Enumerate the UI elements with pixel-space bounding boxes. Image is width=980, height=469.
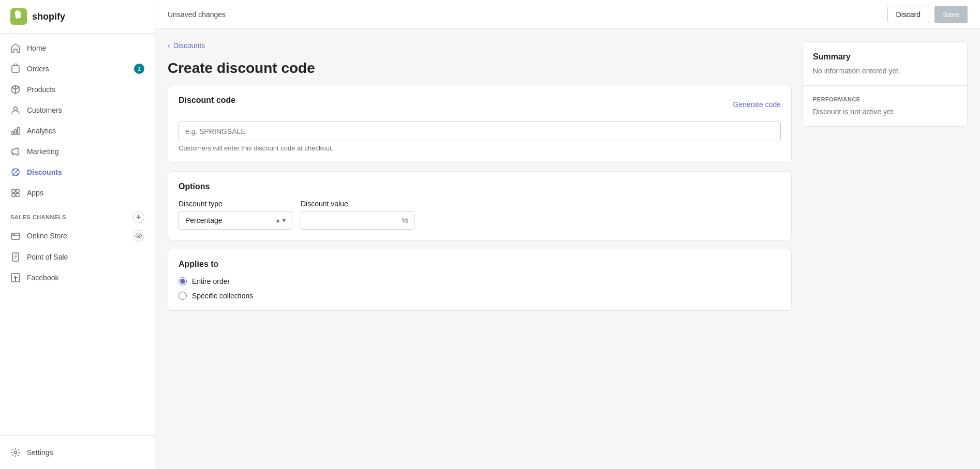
sidebar-item-customers[interactable]: Customers	[0, 100, 155, 120]
discount-code-input[interactable]	[179, 122, 781, 141]
applies-to-title: Applies to	[179, 260, 781, 269]
sidebar-item-analytics[interactable]: Analytics	[0, 120, 155, 141]
products-icon	[10, 84, 21, 95]
entire-order-label: Entire order	[192, 277, 230, 285]
discount-code-card-title: Discount code	[179, 96, 235, 105]
sidebar-item-online-store[interactable]: Online Store	[0, 225, 155, 247]
summary-empty: No information entered yet.	[813, 67, 957, 75]
discount-code-card-header: Discount code Generate code	[179, 96, 781, 113]
discount-type-select-wrapper: Percentage Fixed amount Free shipping Bu…	[179, 211, 292, 230]
svg-rect-9	[12, 189, 15, 192]
sidebar-item-pos[interactable]: Point of Sale	[0, 247, 155, 267]
sidebar-item-home[interactable]: Home	[0, 38, 155, 58]
breadcrumb[interactable]: ‹ Discounts	[168, 41, 792, 50]
generate-code-link[interactable]: Generate code	[733, 100, 781, 109]
topbar-actions: Discard Save	[887, 6, 968, 23]
discount-type-group: Discount type Percentage Fixed amount Fr…	[179, 200, 292, 230]
unsaved-changes-label: Unsaved changes	[168, 10, 226, 19]
marketing-icon	[10, 146, 21, 157]
specific-collections-radio[interactable]	[179, 292, 187, 300]
svg-rect-5	[18, 127, 19, 134]
orders-icon	[10, 64, 21, 74]
pos-label: Point of Sale	[27, 253, 68, 261]
facebook-icon	[10, 273, 21, 283]
main-area: Unsaved changes Discard Save ‹ Discounts…	[155, 0, 980, 469]
discount-value-label: Discount value	[301, 200, 414, 208]
applies-to-radio-group: Entire order Specific collections	[179, 277, 781, 300]
customers-label: Customers	[27, 106, 62, 114]
svg-rect-11	[12, 193, 15, 196]
performance-section: PERFORMANCE Discount is not active yet.	[803, 86, 967, 126]
sidebar-item-products[interactable]: Products	[0, 79, 155, 100]
analytics-icon	[10, 126, 21, 136]
sales-channels-section: SALES CHANNELS +	[0, 203, 155, 225]
apps-label: Apps	[27, 189, 43, 197]
orders-badge: 1	[134, 64, 144, 74]
summary-section: Summary No information entered yet.	[803, 42, 967, 86]
entire-order-radio[interactable]	[179, 277, 187, 285]
save-button[interactable]: Save	[934, 6, 968, 23]
discounts-icon	[10, 167, 21, 177]
sidebar-brand-name: shopify	[32, 11, 65, 22]
discount-value-input[interactable]	[301, 211, 414, 230]
discount-type-select[interactable]: Percentage Fixed amount Free shipping Bu…	[179, 211, 292, 230]
sidebar-item-orders[interactable]: Orders 1	[0, 58, 155, 79]
topbar: Unsaved changes Discard Save	[155, 0, 980, 29]
svg-point-15	[14, 234, 16, 235]
applies-entire-order[interactable]: Entire order	[179, 277, 781, 285]
sidebar-bottom: Settings	[0, 435, 155, 469]
svg-rect-17	[12, 253, 19, 261]
applies-to-card: Applies to Entire order Specific collect…	[168, 249, 792, 311]
apps-icon	[10, 188, 21, 198]
discard-button[interactable]: Discard	[887, 6, 929, 23]
applies-specific-collections[interactable]: Specific collections	[179, 292, 781, 300]
shopify-logo-icon	[10, 8, 27, 25]
settings-icon	[10, 447, 21, 458]
facebook-label: Facebook	[27, 274, 58, 282]
add-sales-channel-button[interactable]: +	[133, 211, 144, 223]
svg-rect-13	[11, 233, 20, 239]
sidebar-item-marketing[interactable]: Marketing	[0, 141, 155, 162]
summary-card: Summary No information entered yet. PERF…	[802, 41, 968, 127]
orders-label: Orders	[27, 65, 49, 73]
discount-code-hint: Customers will enter this discount code …	[179, 144, 781, 152]
sidebar-item-discounts[interactable]: Discounts	[0, 162, 155, 183]
sidebar-logo: shopify	[0, 0, 155, 34]
customers-icon	[10, 105, 21, 115]
svg-point-19	[14, 451, 17, 454]
performance-empty: Discount is not active yet.	[813, 108, 957, 116]
options-grid: Discount type Percentage Fixed amount Fr…	[179, 200, 781, 230]
sidebar-item-settings[interactable]: Settings	[0, 442, 155, 463]
page-title: Create discount code	[168, 60, 792, 77]
marketing-label: Marketing	[27, 147, 58, 156]
discount-code-card: Discount code Generate code Customers wi…	[168, 85, 792, 163]
specific-collections-label: Specific collections	[192, 292, 253, 300]
products-label: Products	[27, 85, 55, 94]
breadcrumb-label: Discounts	[173, 41, 205, 50]
performance-label: PERFORMANCE	[813, 96, 957, 102]
side-panel: Summary No information entered yet. PERF…	[802, 41, 968, 127]
discount-value-input-wrapper: %	[301, 211, 414, 230]
breadcrumb-chevron-icon: ‹	[168, 41, 170, 50]
analytics-label: Analytics	[27, 127, 56, 135]
options-card-title: Options	[179, 182, 781, 191]
svg-rect-3	[12, 131, 13, 134]
discounts-label: Discounts	[27, 168, 62, 176]
options-card: Options Discount type Percentage Fixed a…	[168, 171, 792, 240]
svg-rect-12	[16, 193, 19, 196]
svg-point-2	[14, 107, 18, 111]
svg-rect-10	[16, 189, 19, 192]
sidebar-item-apps[interactable]: Apps	[0, 183, 155, 203]
sidebar-nav: Home Orders 1 Products Customers	[0, 34, 155, 435]
home-icon	[10, 43, 21, 53]
pos-icon	[10, 252, 21, 262]
svg-rect-4	[15, 129, 17, 134]
main-content: ‹ Discounts Create discount code Discoun…	[168, 41, 792, 311]
online-store-label: Online Store	[27, 232, 67, 240]
sidebar-item-facebook[interactable]: Facebook	[0, 267, 155, 288]
online-store-preview-icon[interactable]	[133, 230, 144, 241]
online-store-icon	[10, 231, 21, 241]
settings-label: Settings	[27, 448, 53, 457]
discount-value-group: Discount value %	[301, 200, 414, 230]
summary-title: Summary	[813, 52, 957, 62]
